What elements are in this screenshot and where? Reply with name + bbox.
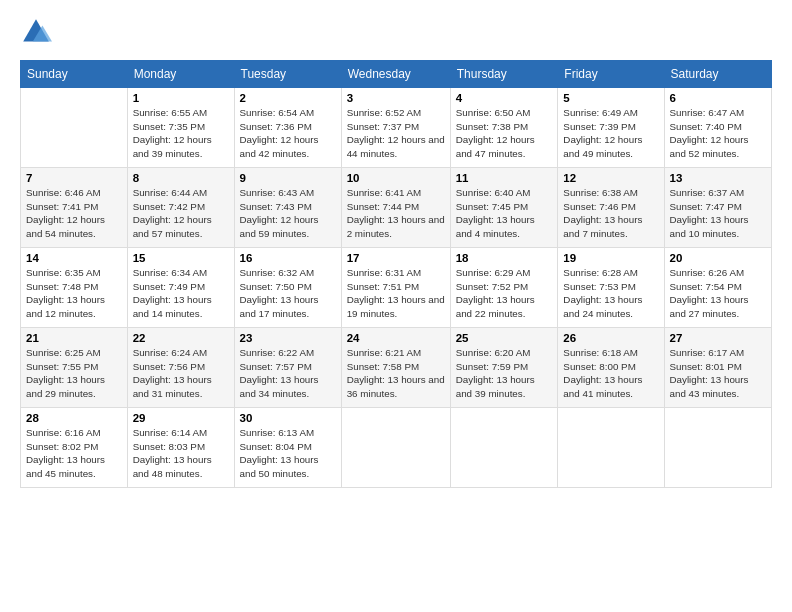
day-info: Sunrise: 6:44 AM Sunset: 7:42 PM Dayligh… bbox=[133, 186, 229, 241]
header-monday: Monday bbox=[127, 61, 234, 88]
calendar-cell: 5 Sunrise: 6:49 AM Sunset: 7:39 PM Dayli… bbox=[558, 88, 664, 168]
sunrise-text: Sunrise: 6:35 AM bbox=[26, 267, 101, 278]
sunrise-text: Sunrise: 6:26 AM bbox=[670, 267, 745, 278]
calendar-cell: 12 Sunrise: 6:38 AM Sunset: 7:46 PM Dayl… bbox=[558, 168, 664, 248]
sunrise-text: Sunrise: 6:14 AM bbox=[133, 427, 208, 438]
sunset-text: Sunset: 7:48 PM bbox=[26, 281, 98, 292]
calendar-cell: 1 Sunrise: 6:55 AM Sunset: 7:35 PM Dayli… bbox=[127, 88, 234, 168]
sunset-text: Sunset: 7:47 PM bbox=[670, 201, 742, 212]
calendar-cell: 24 Sunrise: 6:21 AM Sunset: 7:58 PM Dayl… bbox=[341, 328, 450, 408]
sunset-text: Sunset: 8:01 PM bbox=[670, 361, 742, 372]
day-number: 6 bbox=[670, 92, 766, 104]
day-info: Sunrise: 6:31 AM Sunset: 7:51 PM Dayligh… bbox=[347, 266, 445, 321]
sunrise-text: Sunrise: 6:18 AM bbox=[563, 347, 638, 358]
daylight-text: Daylight: 13 hours and 36 minutes. bbox=[347, 374, 445, 399]
sunset-text: Sunset: 8:02 PM bbox=[26, 441, 98, 452]
sunset-text: Sunset: 8:00 PM bbox=[563, 361, 635, 372]
day-number: 12 bbox=[563, 172, 658, 184]
day-number: 26 bbox=[563, 332, 658, 344]
sunrise-text: Sunrise: 6:38 AM bbox=[563, 187, 638, 198]
day-number: 14 bbox=[26, 252, 122, 264]
day-info: Sunrise: 6:17 AM Sunset: 8:01 PM Dayligh… bbox=[670, 346, 766, 401]
day-number: 13 bbox=[670, 172, 766, 184]
daylight-text: Daylight: 13 hours and 7 minutes. bbox=[563, 214, 642, 239]
sunset-text: Sunset: 7:41 PM bbox=[26, 201, 98, 212]
day-number: 27 bbox=[670, 332, 766, 344]
day-number: 9 bbox=[240, 172, 336, 184]
day-info: Sunrise: 6:13 AM Sunset: 8:04 PM Dayligh… bbox=[240, 426, 336, 481]
day-number: 1 bbox=[133, 92, 229, 104]
calendar-cell: 21 Sunrise: 6:25 AM Sunset: 7:55 PM Dayl… bbox=[21, 328, 128, 408]
calendar-cell: 18 Sunrise: 6:29 AM Sunset: 7:52 PM Dayl… bbox=[450, 248, 558, 328]
daylight-text: Daylight: 13 hours and 24 minutes. bbox=[563, 294, 642, 319]
day-info: Sunrise: 6:20 AM Sunset: 7:59 PM Dayligh… bbox=[456, 346, 553, 401]
calendar-cell: 2 Sunrise: 6:54 AM Sunset: 7:36 PM Dayli… bbox=[234, 88, 341, 168]
sunrise-text: Sunrise: 6:25 AM bbox=[26, 347, 101, 358]
daylight-text: Daylight: 13 hours and 43 minutes. bbox=[670, 374, 749, 399]
daylight-text: Daylight: 13 hours and 12 minutes. bbox=[26, 294, 105, 319]
header-saturday: Saturday bbox=[664, 61, 771, 88]
day-number: 5 bbox=[563, 92, 658, 104]
daylight-text: Daylight: 12 hours and 42 minutes. bbox=[240, 134, 319, 159]
daylight-text: Daylight: 13 hours and 34 minutes. bbox=[240, 374, 319, 399]
calendar-cell: 17 Sunrise: 6:31 AM Sunset: 7:51 PM Dayl… bbox=[341, 248, 450, 328]
day-info: Sunrise: 6:54 AM Sunset: 7:36 PM Dayligh… bbox=[240, 106, 336, 161]
sunrise-text: Sunrise: 6:37 AM bbox=[670, 187, 745, 198]
day-info: Sunrise: 6:38 AM Sunset: 7:46 PM Dayligh… bbox=[563, 186, 658, 241]
sunset-text: Sunset: 7:51 PM bbox=[347, 281, 419, 292]
sunset-text: Sunset: 7:46 PM bbox=[563, 201, 635, 212]
daylight-text: Daylight: 12 hours and 52 minutes. bbox=[670, 134, 749, 159]
calendar-cell: 28 Sunrise: 6:16 AM Sunset: 8:02 PM Dayl… bbox=[21, 408, 128, 488]
day-number: 18 bbox=[456, 252, 553, 264]
daylight-text: Daylight: 13 hours and 19 minutes. bbox=[347, 294, 445, 319]
day-number: 22 bbox=[133, 332, 229, 344]
sunrise-text: Sunrise: 6:21 AM bbox=[347, 347, 422, 358]
sunrise-text: Sunrise: 6:28 AM bbox=[563, 267, 638, 278]
sunrise-text: Sunrise: 6:32 AM bbox=[240, 267, 315, 278]
calendar-cell: 6 Sunrise: 6:47 AM Sunset: 7:40 PM Dayli… bbox=[664, 88, 771, 168]
calendar-week-row: 28 Sunrise: 6:16 AM Sunset: 8:02 PM Dayl… bbox=[21, 408, 772, 488]
calendar-week-row: 7 Sunrise: 6:46 AM Sunset: 7:41 PM Dayli… bbox=[21, 168, 772, 248]
sunrise-text: Sunrise: 6:20 AM bbox=[456, 347, 531, 358]
daylight-text: Daylight: 13 hours and 45 minutes. bbox=[26, 454, 105, 479]
day-info: Sunrise: 6:49 AM Sunset: 7:39 PM Dayligh… bbox=[563, 106, 658, 161]
calendar-cell bbox=[21, 88, 128, 168]
day-info: Sunrise: 6:26 AM Sunset: 7:54 PM Dayligh… bbox=[670, 266, 766, 321]
day-number: 19 bbox=[563, 252, 658, 264]
daylight-text: Daylight: 13 hours and 29 minutes. bbox=[26, 374, 105, 399]
sunset-text: Sunset: 7:55 PM bbox=[26, 361, 98, 372]
daylight-text: Daylight: 13 hours and 14 minutes. bbox=[133, 294, 212, 319]
calendar-cell: 22 Sunrise: 6:24 AM Sunset: 7:56 PM Dayl… bbox=[127, 328, 234, 408]
calendar-cell: 27 Sunrise: 6:17 AM Sunset: 8:01 PM Dayl… bbox=[664, 328, 771, 408]
sunset-text: Sunset: 7:59 PM bbox=[456, 361, 528, 372]
daylight-text: Daylight: 12 hours and 54 minutes. bbox=[26, 214, 105, 239]
sunrise-text: Sunrise: 6:50 AM bbox=[456, 107, 531, 118]
sunset-text: Sunset: 8:04 PM bbox=[240, 441, 312, 452]
day-info: Sunrise: 6:52 AM Sunset: 7:37 PM Dayligh… bbox=[347, 106, 445, 161]
day-number: 11 bbox=[456, 172, 553, 184]
daylight-text: Daylight: 13 hours and 39 minutes. bbox=[456, 374, 535, 399]
sunrise-text: Sunrise: 6:40 AM bbox=[456, 187, 531, 198]
day-info: Sunrise: 6:37 AM Sunset: 7:47 PM Dayligh… bbox=[670, 186, 766, 241]
day-number: 25 bbox=[456, 332, 553, 344]
page: Sunday Monday Tuesday Wednesday Thursday… bbox=[0, 0, 792, 612]
calendar-cell bbox=[341, 408, 450, 488]
calendar-week-row: 21 Sunrise: 6:25 AM Sunset: 7:55 PM Dayl… bbox=[21, 328, 772, 408]
calendar-cell: 30 Sunrise: 6:13 AM Sunset: 8:04 PM Dayl… bbox=[234, 408, 341, 488]
day-info: Sunrise: 6:18 AM Sunset: 8:00 PM Dayligh… bbox=[563, 346, 658, 401]
calendar-cell: 25 Sunrise: 6:20 AM Sunset: 7:59 PM Dayl… bbox=[450, 328, 558, 408]
daylight-text: Daylight: 13 hours and 2 minutes. bbox=[347, 214, 445, 239]
daylight-text: Daylight: 13 hours and 48 minutes. bbox=[133, 454, 212, 479]
day-info: Sunrise: 6:22 AM Sunset: 7:57 PM Dayligh… bbox=[240, 346, 336, 401]
day-number: 23 bbox=[240, 332, 336, 344]
calendar-cell: 23 Sunrise: 6:22 AM Sunset: 7:57 PM Dayl… bbox=[234, 328, 341, 408]
day-number: 7 bbox=[26, 172, 122, 184]
calendar-cell: 3 Sunrise: 6:52 AM Sunset: 7:37 PM Dayli… bbox=[341, 88, 450, 168]
day-info: Sunrise: 6:55 AM Sunset: 7:35 PM Dayligh… bbox=[133, 106, 229, 161]
day-info: Sunrise: 6:40 AM Sunset: 7:45 PM Dayligh… bbox=[456, 186, 553, 241]
daylight-text: Daylight: 12 hours and 47 minutes. bbox=[456, 134, 535, 159]
sunset-text: Sunset: 7:42 PM bbox=[133, 201, 205, 212]
header-sunday: Sunday bbox=[21, 61, 128, 88]
sunrise-text: Sunrise: 6:49 AM bbox=[563, 107, 638, 118]
day-info: Sunrise: 6:43 AM Sunset: 7:43 PM Dayligh… bbox=[240, 186, 336, 241]
